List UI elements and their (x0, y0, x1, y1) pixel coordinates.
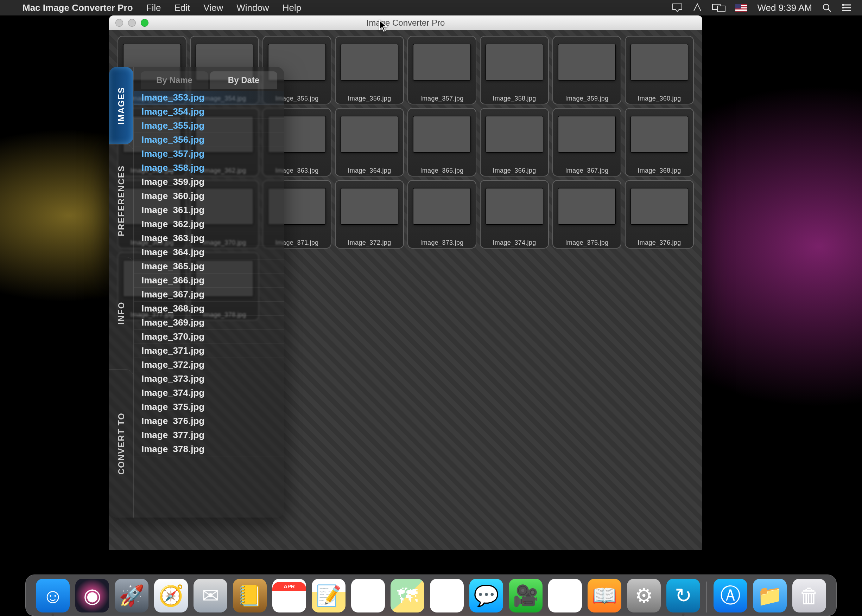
file-list-row[interactable]: Image_362.jpg (134, 217, 284, 231)
thumbnail[interactable]: Image_358.jpg (480, 36, 549, 104)
thumbnail[interactable]: Image_359.jpg (552, 36, 621, 104)
file-list-row[interactable]: Image_365.jpg (134, 259, 284, 273)
file-list-row[interactable]: Image_363.jpg (134, 231, 284, 245)
dock-app-facetime[interactable]: 🎥 (509, 579, 542, 613)
thumbnail-image (631, 116, 688, 152)
file-list-row[interactable]: Image_372.jpg (134, 358, 284, 372)
dock-app-mail[interactable]: ✉ (194, 579, 227, 613)
dock-app-messages[interactable]: 💬 (470, 579, 503, 613)
thumbnail-caption: Image_365.jpg (421, 167, 464, 174)
sort-by-date[interactable]: By Date (210, 71, 277, 89)
file-list-row[interactable]: Image_368.jpg (134, 302, 284, 316)
dock-app-finder[interactable]: ☺ (36, 579, 70, 613)
thumbnail[interactable]: Image_368.jpg (625, 108, 694, 176)
thumbnail-caption: Image_368.jpg (638, 167, 681, 174)
input-source-flag[interactable] (735, 4, 747, 12)
file-list-row[interactable]: Image_367.jpg (134, 288, 284, 302)
thumbnail[interactable]: Image_376.jpg (625, 180, 694, 248)
file-list-row[interactable]: Image_377.jpg (134, 428, 284, 442)
menu-help[interactable]: Help (282, 2, 301, 13)
file-list-row[interactable]: Image_370.jpg (134, 330, 284, 344)
file-list-row[interactable]: Image_364.jpg (134, 245, 284, 259)
script-icon[interactable] (692, 3, 702, 12)
file-list-row[interactable]: Image_354.jpg (134, 105, 284, 119)
macos-menubar: Mac Image Converter Pro File Edit View W… (0, 0, 862, 16)
thumbnail-image (486, 189, 543, 224)
thumbnail[interactable]: Image_357.jpg (407, 36, 476, 104)
dock-app-calendar[interactable]: APR25 (272, 579, 306, 613)
thumbnail[interactable]: Image_356.jpg (335, 36, 404, 104)
dock-app-itunes[interactable]: ♫ (548, 579, 582, 613)
displays-icon[interactable] (712, 3, 725, 12)
thumbnail[interactable]: Image_360.jpg (625, 36, 694, 104)
file-list-row[interactable]: Image_373.jpg (134, 372, 284, 386)
thumbnail[interactable]: Image_373.jpg (407, 180, 476, 248)
menu-edit[interactable]: Edit (174, 2, 190, 13)
dock-app-ibooks[interactable]: 📖 (588, 579, 621, 613)
file-list[interactable]: Image_353.jpgImage_354.jpgImage_355.jpgI… (134, 89, 284, 517)
sort-by-name[interactable]: By Name (141, 71, 208, 89)
dock-app-converter[interactable]: ↻ (667, 579, 700, 613)
dock-app-launchpad[interactable]: 🚀 (115, 579, 148, 613)
file-list-row[interactable]: Image_371.jpg (134, 344, 284, 358)
file-list-row[interactable]: Image_356.jpg (134, 133, 284, 147)
file-list-row[interactable]: Image_376.jpg (134, 414, 284, 428)
side-tab-preferences[interactable]: PREFERENCES (109, 144, 133, 257)
dock-app-maps[interactable]: 🗺 (391, 579, 424, 613)
svg-rect-1 (717, 6, 725, 11)
menu-window[interactable]: Window (236, 2, 269, 13)
file-list-row[interactable]: Image_353.jpg (134, 91, 284, 105)
dock-app-trash[interactable]: 🗑 (792, 579, 826, 613)
dock: ☺◉🚀🧭✉📒APR25📝☑🗺✿💬🎥♫📖⚙↻Ⓐ📁🗑 (25, 575, 837, 616)
file-list-row[interactable]: Image_355.jpg (134, 119, 284, 133)
file-list-row[interactable]: Image_378.jpg (134, 442, 284, 456)
dock-app-photos[interactable]: ✿ (430, 579, 464, 613)
thumbnail[interactable]: Image_366.jpg (480, 108, 549, 176)
svg-line-3 (828, 9, 831, 12)
file-list-row[interactable]: Image_359.jpg (134, 175, 284, 189)
file-list-row[interactable]: Image_366.jpg (134, 273, 284, 288)
thumbnail-caption: Image_356.jpg (348, 95, 391, 102)
dock-app-contacts[interactable]: 📒 (233, 579, 267, 613)
menu-file[interactable]: File (147, 2, 161, 13)
file-list-row[interactable]: Image_358.jpg (134, 161, 284, 175)
dock-app-safari[interactable]: 🧭 (154, 579, 188, 613)
dock-separator (706, 581, 707, 613)
thumbnail-caption: Image_374.jpg (493, 239, 536, 247)
menubar-app-name[interactable]: Mac Image Converter Pro (22, 2, 133, 13)
sort-tabs: By Name By Date (134, 67, 284, 89)
dock-app-appstore[interactable]: Ⓐ (714, 579, 747, 613)
airplay-icon[interactable] (672, 3, 682, 12)
menu-view[interactable]: View (203, 2, 223, 13)
thumbnail-caption: Image_358.jpg (493, 95, 536, 102)
thumbnail[interactable]: Image_375.jpg (552, 180, 621, 248)
side-panel-body: By Name By Date Image_353.jpgImage_354.j… (134, 67, 284, 517)
dock-app-settings[interactable]: ⚙ (627, 579, 661, 613)
notification-center-icon[interactable] (842, 3, 851, 12)
thumbnail-image (341, 189, 398, 224)
spotlight-icon[interactable] (822, 3, 832, 13)
dock-app-reminders[interactable]: ☑ (351, 579, 385, 613)
thumbnail[interactable]: Image_372.jpg (335, 180, 404, 248)
file-list-row[interactable]: Image_361.jpg (134, 203, 284, 217)
file-list-row[interactable]: Image_360.jpg (134, 189, 284, 203)
file-list-row[interactable]: Image_357.jpg (134, 147, 284, 161)
dock-app-siri[interactable]: ◉ (75, 579, 109, 613)
dock-app-downloads[interactable]: 📁 (753, 579, 787, 613)
thumbnail[interactable]: Image_364.jpg (335, 108, 404, 176)
thumbnail[interactable]: Image_365.jpg (407, 108, 476, 176)
menubar-clock[interactable]: Wed 9:39 AM (757, 2, 812, 13)
file-list-row[interactable]: Image_369.jpg (134, 316, 284, 330)
thumbnail[interactable]: Image_367.jpg (552, 108, 621, 176)
file-list-row[interactable]: Image_375.jpg (134, 400, 284, 414)
dock-app-notes[interactable]: 📝 (312, 579, 345, 613)
thumbnail-image (341, 116, 398, 152)
thumbnail[interactable]: Image_374.jpg (480, 180, 549, 248)
side-tab-info[interactable]: INFO (109, 257, 133, 369)
thumbnail-image (631, 44, 688, 80)
window-titlebar[interactable]: Image Converter Pro (109, 16, 702, 30)
side-tab-convert-to[interactable]: CONVERT TO (109, 369, 133, 517)
file-list-row[interactable]: Image_374.jpg (134, 386, 284, 400)
side-tab-images[interactable]: IMAGES (109, 67, 133, 144)
thumbnail-image (558, 44, 615, 80)
